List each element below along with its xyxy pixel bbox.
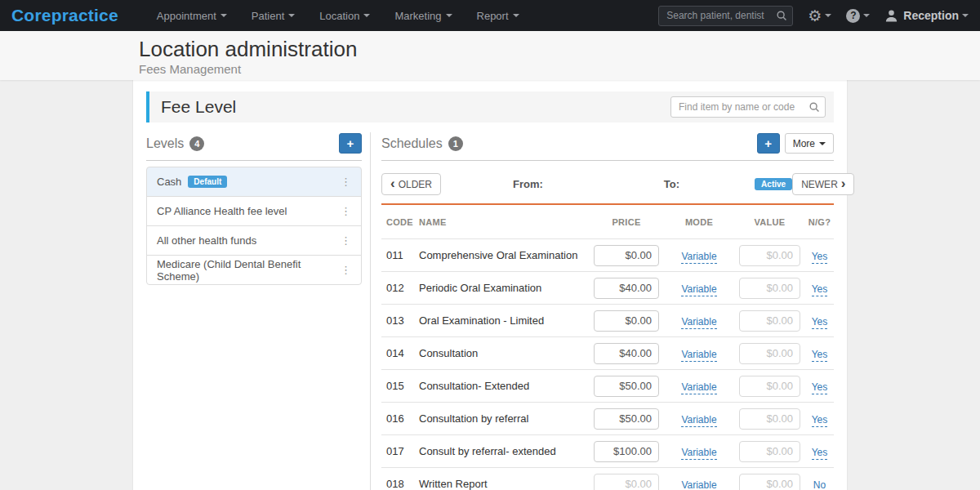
header-price: PRICE bbox=[590, 217, 662, 227]
navbar-item-appointment[interactable]: Appointment bbox=[145, 0, 239, 31]
mode-link[interactable]: Variable bbox=[681, 447, 716, 460]
fee-table-row: 016 Consultation by referral Variable Ye… bbox=[381, 403, 834, 435]
fee-name: Consultation bbox=[419, 347, 590, 359]
fee-code: 012 bbox=[381, 282, 419, 294]
ng-link[interactable]: Yes bbox=[812, 283, 828, 296]
kebab-menu-icon[interactable]: ⋮ bbox=[334, 205, 351, 217]
caret-down-icon bbox=[863, 14, 870, 17]
value-input[interactable] bbox=[739, 376, 800, 397]
fee-level-item[interactable]: CP Alliance Health fee level ⋮ bbox=[146, 196, 362, 226]
mode-link[interactable]: Variable bbox=[681, 479, 716, 490]
to-label: To: bbox=[664, 178, 679, 190]
search-icon[interactable] bbox=[808, 101, 820, 113]
price-input[interactable] bbox=[594, 343, 659, 364]
fee-code: 011 bbox=[381, 249, 419, 261]
price-input[interactable] bbox=[594, 310, 659, 332]
value-input[interactable] bbox=[739, 474, 800, 490]
ng-link[interactable]: Yes bbox=[812, 251, 828, 264]
price-input[interactable] bbox=[594, 474, 659, 490]
caret-down-icon bbox=[288, 14, 295, 17]
header-ng: N/G? bbox=[804, 217, 835, 227]
fee-code: 017 bbox=[381, 445, 419, 457]
mode-link[interactable]: Variable bbox=[681, 349, 716, 362]
fee-name: Consultation- Extended bbox=[419, 380, 590, 392]
ng-link[interactable]: Yes bbox=[812, 414, 828, 427]
fee-name: Written Report bbox=[419, 478, 590, 490]
search-icon[interactable] bbox=[776, 10, 787, 21]
fee-name: Consultation by referral bbox=[419, 412, 590, 425]
panel-title: Fee Level bbox=[161, 97, 236, 117]
navbar-item-location[interactable]: Location bbox=[307, 0, 382, 31]
price-input[interactable] bbox=[594, 408, 659, 430]
mode-link[interactable]: Variable bbox=[681, 381, 716, 394]
add-schedule-button[interactable]: + bbox=[757, 133, 780, 154]
header-name: NAME bbox=[419, 217, 590, 227]
mode-link[interactable]: Variable bbox=[681, 283, 716, 296]
chevron-left-icon: ‹ bbox=[390, 176, 395, 190]
patient-search-input[interactable] bbox=[658, 6, 793, 26]
fee-name: Consult by referral- extended bbox=[419, 445, 590, 457]
fee-table-row: 017 Consult by referral- extended Variab… bbox=[381, 435, 834, 468]
add-level-button[interactable]: + bbox=[339, 133, 362, 154]
ng-link[interactable]: Yes bbox=[812, 447, 828, 460]
help-menu[interactable]: ? bbox=[846, 9, 870, 23]
brand-logo[interactable]: Corepractice bbox=[11, 6, 118, 25]
fee-level-item[interactable]: All other health funds ⋮ bbox=[146, 225, 362, 256]
ng-link[interactable]: Yes bbox=[812, 316, 828, 329]
item-search-input[interactable] bbox=[670, 96, 826, 118]
user-menu[interactable]: Reception bbox=[884, 9, 969, 23]
newer-button[interactable]: NEWER › bbox=[792, 173, 854, 195]
fee-level-name: All other health funds bbox=[157, 234, 256, 247]
value-input[interactable] bbox=[739, 310, 800, 332]
schedules-count-badge: 1 bbox=[448, 136, 463, 151]
fee-level-name: CP Alliance Health fee level bbox=[157, 205, 287, 217]
fee-table-row: 014 Consultation Variable Yes bbox=[381, 337, 834, 370]
ng-link[interactable]: No bbox=[813, 479, 826, 490]
caret-down-icon bbox=[513, 14, 519, 17]
ng-link[interactable]: Yes bbox=[812, 381, 828, 394]
fee-table-row: 012 Periodic Oral Examination Variable Y… bbox=[381, 272, 834, 305]
navbar-item-patient[interactable]: Patient bbox=[239, 0, 307, 31]
user-icon bbox=[884, 9, 898, 23]
fee-level-item[interactable]: Cash Default ⋮ bbox=[146, 167, 362, 197]
price-input[interactable] bbox=[594, 245, 659, 266]
value-input[interactable] bbox=[739, 408, 800, 430]
ng-link[interactable]: Yes bbox=[812, 349, 828, 362]
more-button[interactable]: More bbox=[785, 133, 834, 154]
navbar-item-report[interactable]: Report bbox=[465, 0, 532, 31]
value-input[interactable] bbox=[739, 441, 800, 462]
fee-table-row: 015 Consultation- Extended Variable Yes bbox=[381, 370, 834, 403]
schedules-title: Schedules bbox=[381, 136, 443, 151]
user-name: Reception bbox=[903, 9, 959, 22]
mode-link[interactable]: Variable bbox=[681, 251, 716, 264]
active-status-badge: Active bbox=[755, 178, 792, 190]
price-input[interactable] bbox=[594, 278, 659, 299]
fees-table: CODE NAME PRICE MODE VALUE N/G? 011 Comp… bbox=[381, 205, 834, 490]
caret-down-icon bbox=[825, 14, 831, 17]
navbar-item-marketing[interactable]: Marketing bbox=[382, 0, 464, 31]
kebab-menu-icon[interactable]: ⋮ bbox=[334, 264, 351, 276]
value-input[interactable] bbox=[739, 343, 800, 364]
fee-level-panel: Fee Level Levels 4 + Cash Default ⋮ bbox=[132, 80, 848, 490]
table-header-row: CODE NAME PRICE MODE VALUE N/G? bbox=[381, 205, 834, 239]
older-button[interactable]: ‹ OLDER bbox=[381, 173, 441, 195]
mode-link[interactable]: Variable bbox=[681, 414, 716, 427]
price-input[interactable] bbox=[594, 376, 659, 397]
value-input[interactable] bbox=[739, 278, 800, 299]
top-navbar: Corepractice AppointmentPatientLocationM… bbox=[0, 0, 980, 31]
caret-down-icon bbox=[446, 14, 452, 17]
plus-icon: + bbox=[347, 136, 354, 150]
fee-level-name: Cash bbox=[157, 176, 181, 188]
settings-menu[interactable]: ⚙ bbox=[808, 8, 831, 24]
kebab-menu-icon[interactable]: ⋮ bbox=[334, 234, 351, 247]
kebab-menu-icon[interactable]: ⋮ bbox=[334, 176, 351, 188]
fee-level-item[interactable]: Medicare (Child Dental Benefit Scheme) ⋮ bbox=[146, 255, 362, 285]
fee-name: Periodic Oral Examination bbox=[419, 282, 590, 294]
caret-down-icon bbox=[220, 14, 227, 17]
page-header: Location administration Fees Management bbox=[0, 31, 980, 80]
mode-link[interactable]: Variable bbox=[681, 316, 716, 329]
value-input[interactable] bbox=[739, 245, 800, 266]
price-input[interactable] bbox=[594, 441, 659, 462]
chevron-right-icon: › bbox=[841, 176, 846, 190]
fee-name: Oral Examination - Limited bbox=[419, 314, 590, 327]
